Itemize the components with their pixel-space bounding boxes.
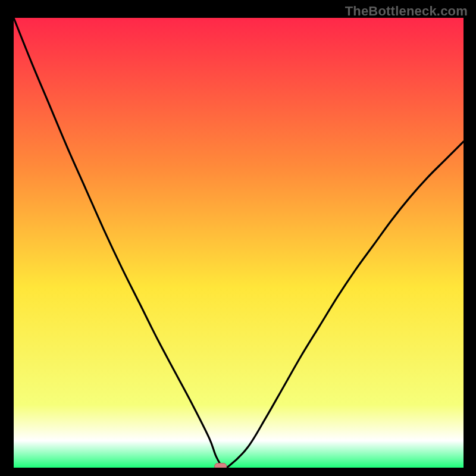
optimal-point-marker [215, 463, 227, 468]
chart-frame: TheBottleneck.com [0, 0, 476, 476]
plot-area [14, 18, 464, 468]
gradient-background [14, 18, 464, 468]
bottleneck-chart [14, 18, 464, 468]
watermark-text: TheBottleneck.com [345, 4, 468, 19]
